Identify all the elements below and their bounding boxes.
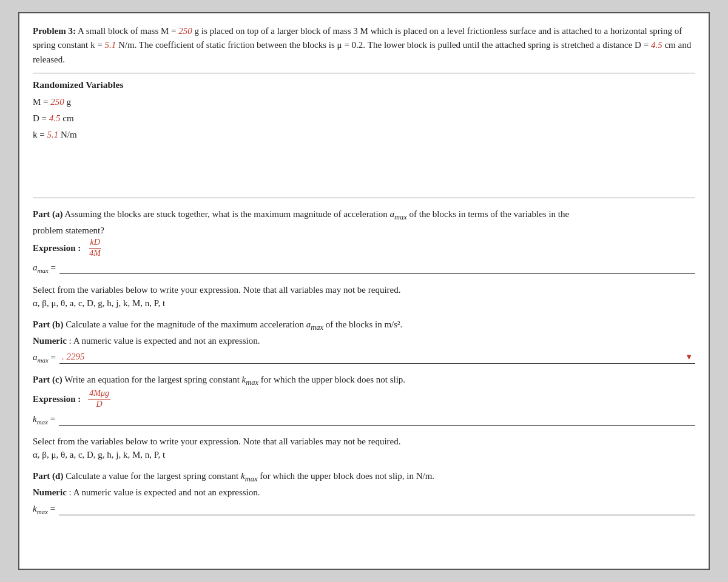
part-d-header: Part (d) Calculate a value for the large… — [33, 469, 695, 485]
part-b-answer-label: amax = — [33, 352, 56, 364]
part-c-answer-label: kmax = — [33, 414, 55, 426]
part-a-expression-row: Expression : kD 4M — [33, 238, 695, 259]
part-a-vars-set: α, β, μ, θ, a, c, D, g, h, j, k, M, n, P… — [33, 298, 695, 309]
problem-text1: A small block of mass — [78, 26, 161, 36]
part-c-header: Part (c) Write an equation for the large… — [33, 372, 695, 389]
part-c-expression-row: Expression : 4Mμg D — [33, 389, 695, 410]
problem-k-val: 5.1 — [104, 40, 116, 50]
part-b-answer-row: amax = . 2295 ▼ — [33, 350, 695, 364]
problem-text4: N/m. The coefficient of static friction … — [118, 40, 337, 50]
part-b-numeric-answer: . 2295 — [62, 352, 85, 362]
problem-mu-eq: μ = 0.2. The lower block is pulled until… — [337, 40, 635, 50]
part-c-block: Part (c) Write an equation for the large… — [33, 372, 695, 426]
part-b-block: Part (b) Calculate a value for the magni… — [33, 317, 695, 364]
problem-statement: Problem 3: A small block of mass M = 250… — [33, 24, 695, 73]
part-d-answer-label: kmax = — [33, 504, 55, 515]
part-a-block: Part (a) Assuming the blocks are stuck t… — [33, 207, 695, 275]
part-a-expression-label: Expression : — [33, 243, 81, 253]
part-c-vars-block: Select from the variables below to write… — [33, 434, 695, 460]
part-a-answer-line[interactable] — [59, 261, 695, 274]
part-b-dot-marker: ▼ — [685, 352, 693, 362]
part-d-block: Part (d) Calculate a value for the large… — [33, 469, 695, 515]
part-a-answer-label: amax = — [33, 263, 56, 274]
part-a-vars-block: Select from the variables below to write… — [33, 283, 695, 309]
var-k-line: k = 5.1 N/m — [33, 127, 695, 143]
part-a-fraction: kD 4M — [88, 238, 102, 259]
part-a-vars-text: Select from the variables below to write… — [33, 283, 695, 297]
part-c-vars-text: Select from the variables below to write… — [33, 434, 695, 449]
part-c-vars-set: α, β, μ, θ, a, c, D, g, h, j, k, M, n, P… — [33, 450, 695, 460]
randomized-variables-title: Randomized Variables — [33, 79, 695, 90]
part-c-fraction: 4Mμg D — [88, 389, 110, 410]
problem-m-val: 250 — [178, 26, 192, 36]
problem-text2: g is placed on top of a larger block of … — [195, 26, 358, 36]
randomized-variables-section: Randomized Variables M = 250 g D = 4.5 c… — [33, 79, 695, 198]
part-c-answer-row: kmax = — [33, 412, 695, 426]
problem-d-eq: D = — [635, 40, 651, 50]
problem-m-eq: M = — [161, 26, 178, 36]
main-page: Problem 3: A small block of mass M = 250… — [18, 12, 710, 570]
part-b-header: Part (b) Calculate a value for the magni… — [33, 317, 695, 333]
problem-label: Problem 3: — [33, 26, 76, 36]
var-M-line: M = 250 g — [33, 94, 695, 110]
part-d-numeric: Numeric : A numeric value is expected an… — [33, 485, 695, 500]
part-c-answer-line[interactable] — [59, 412, 695, 426]
part-b-answer-line[interactable]: . 2295 ▼ — [59, 350, 695, 364]
part-d-answer-line[interactable] — [59, 502, 695, 515]
part-b-numeric: Numeric : A numeric value is expected an… — [33, 333, 695, 348]
part-c-expression-label: Expression : — [33, 394, 81, 404]
part-a-header2: problem statement? — [33, 223, 695, 238]
part-d-answer-row: kmax = — [33, 502, 695, 515]
part-a-answer-row: amax = — [33, 261, 695, 274]
problem-m2: M — [360, 26, 368, 36]
problem-k-eq: k = — [90, 40, 104, 50]
part-a-header: Part (a) Assuming the blocks are stuck t… — [33, 207, 695, 223]
var-D-line: D = 4.5 cm — [33, 110, 695, 127]
problem-d-val: 4.5 — [651, 40, 662, 50]
